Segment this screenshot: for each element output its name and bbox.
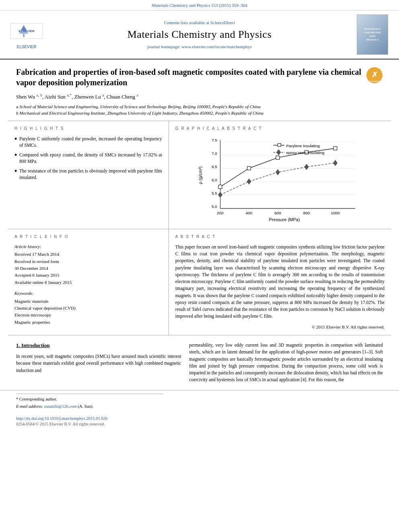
svg-marker-34 <box>247 179 251 185</box>
highlight-item-2: Compared with epoxy coated, the density … <box>14 152 162 164</box>
svg-rect-4 <box>23 34 25 37</box>
affiliation-a: a School of Material Science and Enginee… <box>16 103 362 110</box>
highlight-item-1: Parylene C uniformly coated the powder, … <box>14 136 162 148</box>
abstract-text: This paper focuses on novel iron-based s… <box>175 244 385 320</box>
journal-bar: Materials Chemistry and Physics 153 (201… <box>0 0 399 10</box>
abstract-paragraph: This paper focuses on novel iron-based s… <box>175 244 385 320</box>
journal-citation: Materials Chemistry and Physics 153 (201… <box>152 3 247 8</box>
intro-right-text: permeability, very low eddy current loss… <box>189 342 383 384</box>
svg-marker-36 <box>304 164 309 170</box>
highlights-column: H I G H L I G H T S Parylene C uniformly… <box>8 121 169 229</box>
article-info-heading: A R T I C L E I N F O <box>14 234 162 240</box>
graphical-abstract-column: G R A P H I C A L A B S T R A C T 7.5 7.… <box>169 121 391 229</box>
affiliations: a School of Material Science and Enginee… <box>16 103 362 117</box>
email-line: E-mail address: sunaizhi@126.com (A. Sun… <box>16 404 383 410</box>
article-title: Fabrication and properties of iron-based… <box>16 67 362 88</box>
affiliation-b: b Mechanical and Electrical Engineering … <box>16 110 362 117</box>
svg-text:✗: ✗ <box>372 71 378 79</box>
history-title: Article history: <box>14 244 162 250</box>
svg-text:CrossMark: CrossMark <box>369 80 380 82</box>
received-revised-label: Received in revised form <box>14 259 162 265</box>
abstract-column: A B S T R A C T This paper focuses on no… <box>169 229 391 335</box>
journal-header: ELSEVIER ELSEVIER Contents lists availab… <box>0 10 399 60</box>
footnote-divider <box>16 394 163 394</box>
article-info-column: A R T I C L E I N F O Article history: R… <box>8 229 169 335</box>
elsevier-text: ELSEVIER <box>17 44 37 50</box>
introduction-left: 1. Introduction In recent years, soft ma… <box>16 342 181 384</box>
cover-line-4: PHYSICS <box>364 38 381 42</box>
svg-text:ρ (g/cm³): ρ (g/cm³) <box>198 166 203 184</box>
svg-text:800: 800 <box>303 211 310 215</box>
svg-text:200: 200 <box>217 211 224 215</box>
graphical-abstract-heading: G R A P H I C A L A B S T R A C T <box>175 126 385 131</box>
keyword-4: Magnetic properties <box>14 319 162 325</box>
svg-rect-30 <box>276 156 280 160</box>
sciencedirect-link[interactable]: Contents lists available at ScienceDirec… <box>164 20 235 26</box>
journal-cover-image: MATERIALS CHEMISTRY AND PHYSICS <box>357 14 388 55</box>
highlight-item-3: The resistance of the iron particles is … <box>14 168 162 181</box>
article-title-text: Fabrication and properties of iron-based… <box>16 67 362 117</box>
crossmark-logo[interactable]: ✗ CrossMark <box>366 67 383 86</box>
corresponding-author: * Corresponding author. <box>16 396 383 403</box>
svg-marker-37 <box>333 160 337 166</box>
keyword-2: Chemical vapor deposition (CVD) <box>14 305 162 311</box>
svg-text:7.0: 7.0 <box>212 151 217 156</box>
highlights-heading: H I G H L I G H T S <box>14 126 162 131</box>
intro-left-text: In recent years, soft magnetic composite… <box>16 353 181 374</box>
svg-text:5.0: 5.0 <box>212 204 217 209</box>
svg-marker-33 <box>218 192 222 198</box>
keyword-3: Electron microscopy <box>14 312 162 318</box>
highlights-list: Parylene C uniformly coated the powder, … <box>14 136 162 181</box>
svg-rect-32 <box>333 146 337 150</box>
svg-marker-35 <box>276 169 280 175</box>
copyright-line: © 2015 Elsevier B.V. All rights reserved… <box>175 324 385 330</box>
svg-text:1000: 1000 <box>331 211 340 215</box>
keywords-title: Keywords: <box>14 290 162 296</box>
introduction-section: 1. Introduction In recent years, soft ma… <box>0 335 399 390</box>
svg-text:epoxy resin insulating: epoxy resin insulating <box>286 150 324 155</box>
svg-rect-39 <box>278 144 281 147</box>
svg-text:Pressure (MPa): Pressure (MPa) <box>269 217 300 222</box>
author-email[interactable]: sunaizhi@126.com <box>44 404 77 409</box>
svg-text:5.5: 5.5 <box>212 191 217 195</box>
article-title-section: Fabrication and properties of iron-based… <box>0 60 399 121</box>
issn-line: 0254-0584/© 2015 Elsevier B.V. All right… <box>16 421 383 427</box>
introduction-right: permeability, very low eddy current loss… <box>189 342 383 384</box>
svg-text:Parylene insulating: Parylene insulating <box>286 144 320 148</box>
elsevier-logo-svg: ELSEVIER <box>8 19 45 43</box>
svg-text:7.5: 7.5 <box>212 138 217 142</box>
journal-title: Materials Chemistry and Physics <box>128 27 272 42</box>
svg-rect-29 <box>247 166 251 170</box>
svg-rect-28 <box>218 185 222 189</box>
elsevier-logo-area: ELSEVIER ELSEVIER <box>6 14 47 55</box>
keyword-1: Magnetic materials <box>14 298 162 304</box>
svg-marker-42 <box>276 149 281 155</box>
info-abstract-section: A R T I C L E I N F O Article history: R… <box>8 229 391 335</box>
section-title: 1. Introduction <box>16 342 181 349</box>
footnote-area: * Corresponding author. E-mail address: … <box>0 390 399 431</box>
journal-cover-area: MATERIALS CHEMISTRY AND PHYSICS <box>352 14 393 55</box>
abstract-heading: A B S T R A C T <box>175 234 385 240</box>
cover-line-3: AND <box>364 35 381 38</box>
authors-line: Shen Wu a, b, Aizhi Sun a,*, Zhenwen Lu … <box>16 92 362 101</box>
cover-line-1: MATERIALS <box>364 27 381 31</box>
homepage-link[interactable]: journal homepage: www.elsevier.com/locat… <box>147 44 252 50</box>
revised-date: 30 December 2014 <box>14 265 162 271</box>
highlights-abstract-section: H I G H L I G H T S Parylene C uniformly… <box>8 121 391 229</box>
received-date: Received 17 March 2014 <box>14 251 162 257</box>
svg-text:400: 400 <box>246 211 253 215</box>
doi-link[interactable]: http://dx.doi.org/10.1016/j.matchemphys.… <box>16 416 383 422</box>
svg-text:6.5: 6.5 <box>212 164 217 169</box>
cover-line-2: CHEMISTRY <box>364 31 381 35</box>
svg-text:600: 600 <box>274 211 281 215</box>
svg-text:6.0: 6.0 <box>212 178 217 182</box>
available-date: Available online 8 January 2015 <box>14 279 162 286</box>
journal-title-area: Contents lists available at ScienceDirec… <box>51 14 348 55</box>
accepted-date: Accepted 6 January 2015 <box>14 272 162 278</box>
density-chart: 7.5 7.0 6.5 6.0 5.5 5.0 200 400 600 800 … <box>175 136 385 224</box>
